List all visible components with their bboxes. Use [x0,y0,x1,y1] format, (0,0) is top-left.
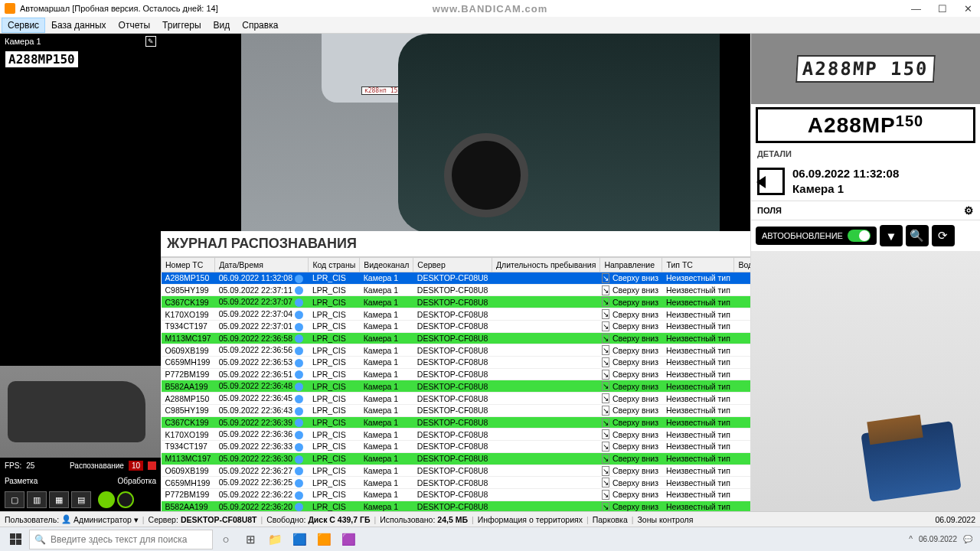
filter-button[interactable]: ▼ [880,225,903,246]
recognition-label: Распознавание [70,461,124,470]
tray-expand-icon[interactable]: ^ [909,535,913,543]
camera-sidebar: Камера 1 ✎ A288MP150 FPS: 25 Распознаван… [0,34,161,511]
record-indicator-icon [148,461,156,470]
layout-3-icon[interactable]: ▦ [49,491,69,508]
app-1-icon[interactable]: 🟦 [288,529,311,550]
column-header[interactable]: Длительность пребывания [492,258,599,272]
fps-value: 25 [26,461,34,470]
table-row[interactable]: B582AA19905.09.2022 22:36:48 LPR_CISКаме… [162,380,751,393]
direction-icon [757,168,785,195]
table-row[interactable]: C985HY19905.09.2022 22:36:43 LPR_CISКаме… [162,404,751,416]
device-preview [751,251,980,511]
video-feed: к288нп 153 [161,34,750,231]
table-row[interactable]: C659MH19905.09.2022 22:36:25 LPR_CISКаме… [162,477,751,489]
edit-camera-icon[interactable]: ✎ [145,36,156,47]
table-row[interactable]: P772BM19905.09.2022 22:36:22 LPR_CISКаме… [162,488,751,500]
statusbar: Пользователь: 👤 Администратор ▾ | Сервер… [0,511,980,527]
table-row[interactable]: T934CT19705.09.2022 22:36:33 LPR_CISКаме… [162,441,751,453]
menu-триггеры[interactable]: Триггеры [156,18,207,33]
table-row[interactable]: M113MC19705.09.2022 22:36:30 LPR_CISКаме… [162,452,751,465]
refresh-button[interactable]: ⟳ [932,225,955,246]
taskview-icon[interactable]: ⊞ [239,529,262,550]
menu-вид[interactable]: Вид [207,18,237,33]
menu-отчеты[interactable]: Отчеты [113,18,156,33]
details-panel: A288MP 150 A288MP150 ДЕТАЛИ 06.09.2022 1… [750,34,980,511]
detail-datetime: 06.09.2022 11:32:08 [792,166,899,181]
record-button[interactable] [117,491,134,508]
details-heading: ДЕТАЛИ [751,146,980,161]
table-row[interactable]: O609XB19905.09.2022 22:36:56 LPR_CISКаме… [162,344,751,357]
app-3-icon[interactable]: 🟪 [337,529,360,550]
column-header[interactable]: Направление [600,258,662,272]
column-header[interactable]: Дата/Время [215,258,309,272]
column-header[interactable]: Код страны [309,258,360,272]
table-row[interactable]: K170XO19905.09.2022 22:37:04 LPR_CISКаме… [162,308,751,321]
minimize-button[interactable]: — [908,3,924,15]
markup-label: Разметка [5,477,80,485]
recognition-count: 10 [129,461,143,471]
layout-2-icon[interactable]: ▥ [27,491,47,508]
auto-refresh-toggle[interactable]: АВТООБНОВЛЕНИЕ [756,227,877,245]
journal-title: ЖУРНАЛ РАСПОЗНАВАНИЯ [167,236,357,252]
table-row[interactable]: C659MH19905.09.2022 22:36:53 LPR_CISКаме… [162,357,751,369]
processing-label: Обработка [80,477,156,485]
column-header[interactable]: Тип ТС [662,258,734,272]
window-title: Автомаршал [Пробная версия. Осталось дне… [20,4,218,13]
table-row[interactable]: K170XO19905.09.2022 22:36:36 LPR_CISКаме… [162,429,751,441]
fps-label: FPS: [5,461,21,470]
menu-база данных[interactable]: База данных [45,18,112,33]
table-row[interactable]: B582AA19905.09.2022 22:36:20 LPR_CISКаме… [162,500,751,511]
cortana-icon[interactable]: ○ [214,529,237,550]
column-header[interactable]: Видеоканал [360,258,413,272]
search-button[interactable]: 🔍 [906,225,929,246]
table-row[interactable]: A288MP15005.09.2022 22:36:45 LPR_CISКаме… [162,393,751,405]
column-header[interactable]: Номер ТС [162,258,215,272]
app-2-icon[interactable]: 🟧 [312,529,335,550]
watermark: www.BANDICAM.com [433,3,548,15]
zones-link[interactable]: Зоны контроля [637,515,693,524]
titlebar: Автомаршал [Пробная версия. Осталось дне… [0,0,980,17]
table-row[interactable]: C367CK19905.09.2022 22:37:07 LPR_CISКаме… [162,296,751,308]
plate-capture-image: A288MP 150 [751,34,980,104]
app-logo-icon [5,3,15,14]
table-row[interactable]: T934CT19705.09.2022 22:37:01 LPR_CISКаме… [162,320,751,332]
detected-plate: A288MP150 [5,51,79,68]
layout-1-icon[interactable]: ▢ [5,491,24,508]
table-row[interactable]: O609XB19905.09.2022 22:36:27 LPR_CISКаме… [162,465,751,477]
close-button[interactable]: ✕ [961,3,975,15]
table-row[interactable]: C985HY19905.09.2022 22:37:11 LPR_CISКаме… [162,284,751,296]
notifications-icon[interactable]: 💬 [963,535,972,543]
layout-4-icon[interactable]: ▤ [71,491,91,508]
start-button[interactable] [3,529,28,550]
table-row[interactable]: P772BM19905.09.2022 22:36:51 LPR_CISКаме… [162,368,751,380]
tray-date: 06.09.2022 [919,535,957,543]
camera-thumbnail [0,366,161,458]
camera-name: Камера 1 [5,37,41,46]
column-header[interactable]: Сервер [413,258,492,272]
journal-table[interactable]: Номер ТСДата/ВремяКод страныВидеоканалСе… [161,256,750,511]
menu-справка[interactable]: Справка [236,18,284,33]
parking-link[interactable]: Парковка [593,515,628,524]
maximize-button[interactable]: ☐ [935,3,950,15]
table-row[interactable]: M113MC19705.09.2022 22:36:58 LPR_CISКаме… [162,332,751,344]
taskbar-search[interactable]: 🔍 Введите здесь текст для поиска [29,530,213,549]
menu-сервис[interactable]: Сервис [2,18,45,33]
fields-heading: ПОЛЯ [757,206,782,215]
play-button[interactable] [98,491,115,508]
column-header[interactable]: Водитель [734,258,750,272]
territories-link[interactable]: Информация о территориях [478,515,583,524]
explorer-icon[interactable]: 📁 [263,529,286,550]
detail-camera: Камера 1 [792,181,899,197]
plate-display: A288MP150 [756,107,975,143]
menubar: СервисБаза данныхОтчетыТриггерыВидСправк… [0,17,980,34]
settings-icon[interactable]: ⚙ [964,204,974,217]
taskbar: 🔍 Введите здесь текст для поиска ○ ⊞ 📁 🟦… [0,527,980,551]
table-row[interactable]: A288MP15006.09.2022 11:32:08 LPR_CISКаме… [162,272,751,285]
table-row[interactable]: C367CK19905.09.2022 22:36:39 LPR_CISКаме… [162,416,751,429]
